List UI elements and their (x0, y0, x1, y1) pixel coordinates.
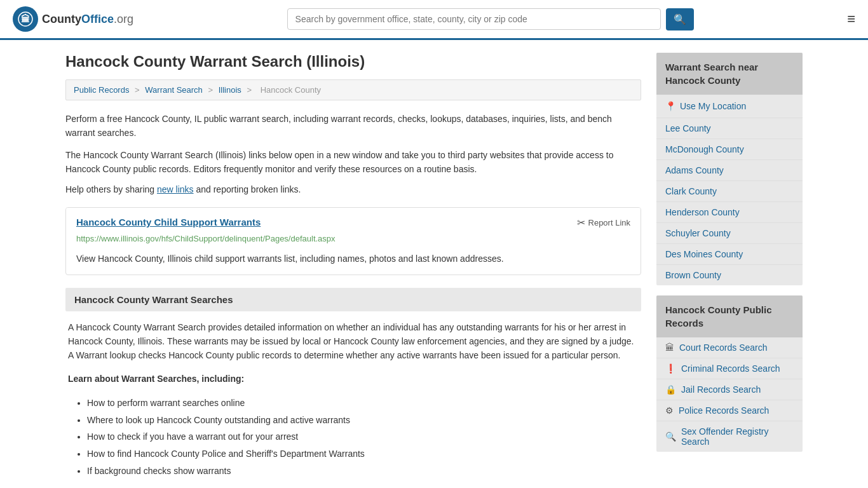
logo-text: CountyOffice.org (42, 13, 133, 26)
list-item: How to find Hancock County Police and Sh… (87, 445, 639, 463)
lee-county-link[interactable]: Lee County (665, 123, 711, 133)
logo-icon: 🏛 (13, 6, 38, 32)
warrant-section-text: A Hancock County Warrant Search provides… (68, 320, 639, 363)
breadcrumb-sep1: > (135, 85, 142, 95)
breadcrumb-sep3: > (247, 85, 254, 95)
page-title: Hancock County Warrant Search (Illinois) (65, 53, 641, 71)
police-icon: ⚙ (665, 405, 674, 416)
nearby-section: Warrant Search near Hancock County 📍 Use… (656, 53, 803, 285)
sidebar-item-clark[interactable]: Clark County (656, 181, 803, 202)
search-area: 🔍 (287, 8, 694, 30)
sidebar-item-sex-offender[interactable]: 🔍 Sex Offender Registry Search (656, 421, 803, 452)
schuyler-county-link[interactable]: Schuyler County (665, 228, 731, 238)
list-item: Where to look up Hancock County outstand… (87, 412, 639, 429)
use-location-link[interactable]: Use My Location (680, 101, 746, 111)
jail-records-link[interactable]: Jail Records Search (681, 384, 761, 395)
sidebar-item-desmoines[interactable]: Des Moines County (656, 244, 803, 265)
desmoines-county-link[interactable]: Des Moines County (665, 249, 743, 259)
list-item: How to check if you have a warrant out f… (87, 428, 639, 445)
warrant-section-body: A Hancock County Warrant Search provides… (65, 320, 641, 480)
search-input[interactable] (287, 8, 661, 30)
sex-offender-icon: 🔍 (665, 431, 676, 442)
police-records-link[interactable]: Police Records Search (679, 405, 769, 416)
use-location-item[interactable]: 📍 Use My Location (656, 95, 803, 118)
breadcrumb-hancock: Hancock County (261, 85, 321, 95)
sidebar-item-court[interactable]: 🏛 Court Records Search (656, 337, 803, 358)
nearby-section-title: Warrant Search near Hancock County (656, 53, 803, 95)
menu-button[interactable]: ≡ (847, 11, 855, 27)
sidebar-item-adams[interactable]: Adams County (656, 160, 803, 181)
list-item: If background checks show warrants (87, 463, 639, 480)
share-line: Help others by sharing new links and rep… (65, 184, 641, 194)
link-card: Hancock County Child Support Warrants ✂ … (65, 207, 641, 275)
brown-county-link[interactable]: Brown County (665, 270, 721, 280)
henderson-county-link[interactable]: Henderson County (665, 207, 740, 217)
content-area: Hancock County Warrant Search (Illinois)… (65, 53, 641, 479)
public-records-section: Hancock County Public Records 🏛 Court Re… (656, 295, 803, 452)
jail-icon: 🔒 (665, 384, 676, 395)
breadcrumb: Public Records > Warrant Search > Illino… (65, 79, 641, 100)
link-card-url[interactable]: https://www.illinois.gov/hfs/ChildSuppor… (66, 233, 641, 248)
sidebar-item-henderson[interactable]: Henderson County (656, 202, 803, 223)
logo-area: 🏛 CountyOffice.org (13, 6, 133, 32)
bullet-list: How to perform warrant searches online W… (68, 395, 639, 479)
header-right: ≡ (847, 11, 855, 27)
warrant-section: Hancock County Warrant Searches A Hancoc… (65, 288, 641, 480)
breadcrumb-sep2: > (208, 85, 215, 95)
sidebar-item-police[interactable]: ⚙ Police Records Search (656, 400, 803, 421)
criminal-icon: ❗ (665, 363, 676, 374)
description-1: Perform a free Hancock County, IL public… (65, 112, 641, 140)
clark-county-link[interactable]: Clark County (665, 186, 717, 196)
new-links-link[interactable]: new links (157, 184, 194, 194)
location-pin-icon: 📍 (665, 101, 676, 111)
sidebar-item-schuyler[interactable]: Schuyler County (656, 223, 803, 244)
report-link-btn[interactable]: ✂ Report Link (577, 217, 630, 229)
description-2: The Hancock County Warrant Search (Illin… (65, 148, 641, 177)
link-card-title[interactable]: Hancock County Child Support Warrants (76, 217, 261, 227)
sidebar-item-lee[interactable]: Lee County (656, 118, 803, 139)
sidebar-item-criminal[interactable]: ❗ Criminal Records Search (656, 358, 803, 379)
link-card-desc: View Hancock County, Illinois child supp… (66, 248, 641, 274)
header: 🏛 CountyOffice.org 🔍 ≡ (0, 0, 868, 40)
mcdonough-county-link[interactable]: McDonough County (665, 144, 744, 154)
sidebar-item-mcdonough[interactable]: McDonough County (656, 139, 803, 160)
learn-label: Learn about Warrant Searches, including: (68, 372, 639, 386)
breadcrumb-illinois[interactable]: Illinois (219, 85, 241, 95)
sidebar-item-brown[interactable]: Brown County (656, 265, 803, 285)
sidebar: Warrant Search near Hancock County 📍 Use… (656, 53, 803, 479)
breadcrumb-public-records[interactable]: Public Records (74, 85, 129, 95)
report-icon: ✂ (577, 217, 585, 229)
criminal-records-link[interactable]: Criminal Records Search (681, 363, 780, 374)
logo-office: Office (81, 13, 114, 25)
court-icon: 🏛 (665, 342, 674, 353)
share-suffix: and reporting broken links. (194, 184, 301, 194)
sidebar-item-jail[interactable]: 🔒 Jail Records Search (656, 379, 803, 400)
link-card-header: Hancock County Child Support Warrants ✂ … (66, 208, 641, 233)
report-link-label: Report Link (588, 218, 630, 227)
breadcrumb-warrant-search[interactable]: Warrant Search (145, 85, 203, 95)
public-records-title: Hancock County Public Records (656, 295, 803, 337)
warrant-section-header: Hancock County Warrant Searches (65, 288, 641, 311)
court-records-link[interactable]: Court Records Search (679, 342, 768, 353)
sex-offender-link[interactable]: Sex Offender Registry Search (681, 426, 794, 447)
list-item: How to perform warrant searches online (87, 395, 639, 412)
search-button[interactable]: 🔍 (666, 8, 694, 30)
adams-county-link[interactable]: Adams County (665, 165, 724, 175)
logo-suffix: .org (114, 13, 133, 25)
main-container: Hancock County Warrant Search (Illinois)… (53, 40, 815, 488)
share-text: Help others by sharing (65, 184, 157, 194)
